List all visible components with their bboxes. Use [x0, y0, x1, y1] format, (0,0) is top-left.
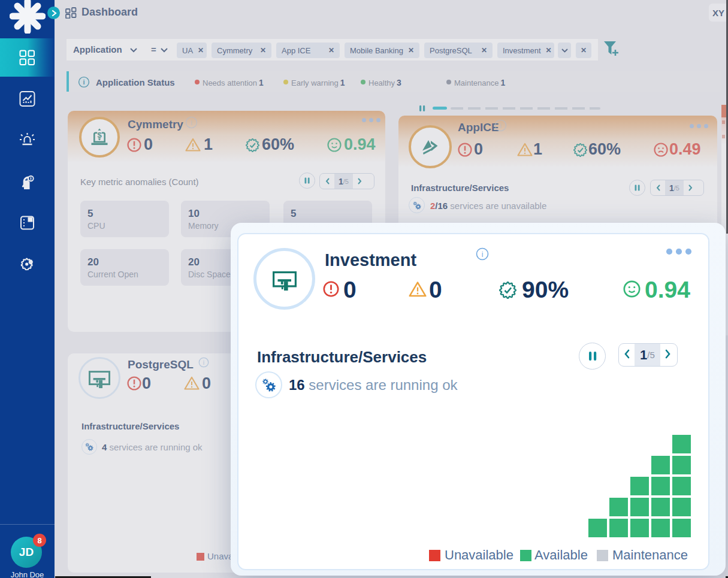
svg-text:i: i	[482, 250, 484, 259]
